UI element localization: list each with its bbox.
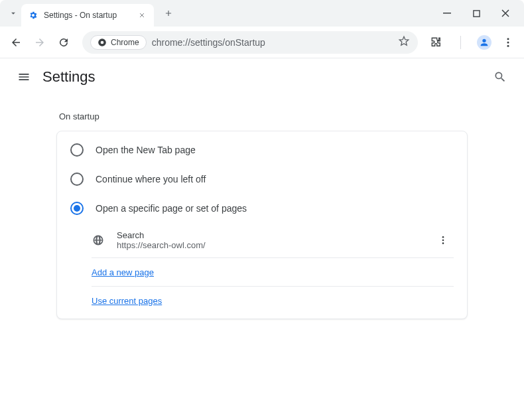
- svg-point-7: [507, 44, 509, 46]
- chrome-icon: [98, 38, 107, 47]
- extensions-button[interactable]: [426, 32, 447, 53]
- puzzle-icon: [430, 36, 442, 48]
- tab-close-button[interactable]: [137, 10, 147, 21]
- star-icon: [398, 35, 410, 47]
- browser-tab[interactable]: Settings - On startup: [21, 4, 154, 27]
- globe-icon: [92, 234, 105, 247]
- use-current-link[interactable]: Use current pages: [92, 296, 162, 306]
- chevron-down-icon: [9, 9, 18, 18]
- reload-icon: [58, 36, 70, 48]
- forward-button[interactable]: [29, 32, 50, 53]
- option-label: Open a specific page or set of pages: [96, 203, 247, 214]
- window-controls: [434, 3, 519, 24]
- tab-search-button[interactable]: [5, 5, 21, 21]
- arrow-left-icon: [10, 36, 22, 48]
- svg-point-10: [442, 242, 444, 244]
- dots-vertical-icon: [438, 235, 448, 245]
- tab-title: Settings - On startup: [44, 11, 131, 20]
- radio-icon: [70, 173, 84, 186]
- settings-content: On startup Open the New Tab page Continu…: [0, 96, 524, 319]
- search-icon: [493, 70, 507, 84]
- option-specific-pages[interactable]: Open a specific page or set of pages: [57, 194, 467, 223]
- close-icon: [139, 12, 145, 19]
- radio-icon: [70, 202, 84, 215]
- dots-vertical-icon: [502, 36, 514, 48]
- settings-header: Settings: [0, 58, 524, 96]
- add-page-row: Add a new page: [57, 258, 467, 286]
- arrow-right-icon: [34, 36, 46, 48]
- plus-icon: [164, 9, 173, 18]
- menu-toggle-button[interactable]: [11, 64, 37, 90]
- svg-rect-1: [473, 10, 479, 16]
- maximize-icon: [473, 10, 480, 17]
- page-title: Settings: [42, 68, 96, 86]
- minimize-button[interactable]: [434, 3, 460, 24]
- menu-button[interactable]: [497, 32, 519, 53]
- search-button[interactable]: [487, 64, 513, 90]
- svg-rect-4: [460, 36, 461, 49]
- reload-button[interactable]: [53, 32, 74, 53]
- page-actions-button[interactable]: [432, 230, 454, 251]
- page-name: Search: [117, 230, 421, 240]
- close-icon: [501, 9, 509, 17]
- svg-point-6: [507, 41, 509, 43]
- add-page-link[interactable]: Add a new page: [92, 267, 154, 277]
- minimize-icon: [443, 9, 451, 17]
- option-new-tab[interactable]: Open the New Tab page: [57, 135, 467, 165]
- address-bar[interactable]: Chrome chrome://settings/onStartup: [82, 31, 418, 54]
- new-tab-button[interactable]: [159, 4, 178, 23]
- page-info: Search https://search-owl.com/: [117, 230, 421, 250]
- close-window-button[interactable]: [492, 3, 519, 24]
- option-label: Open the New Tab page: [96, 145, 196, 155]
- svg-point-5: [507, 38, 509, 40]
- bookmark-button[interactable]: [398, 35, 410, 50]
- browser-toolbar: Chrome chrome://settings/onStartup: [0, 27, 524, 58]
- radio-icon: [70, 143, 84, 157]
- startup-card: Open the New Tab page Continue where you…: [56, 131, 468, 319]
- url-text: chrome://settings/onStartup: [152, 37, 393, 48]
- page-url: https://search-owl.com/: [117, 240, 421, 250]
- use-current-row: Use current pages: [57, 287, 467, 315]
- startup-page-item: Search https://search-owl.com/: [57, 223, 467, 257]
- option-label: Continue where you left off: [96, 174, 206, 184]
- divider: [450, 32, 471, 53]
- hamburger-icon: [17, 70, 31, 84]
- svg-point-9: [442, 240, 444, 242]
- svg-point-8: [442, 236, 444, 238]
- svg-rect-0: [443, 13, 451, 14]
- site-chip-label: Chrome: [111, 38, 139, 47]
- section-label: On startup: [56, 111, 468, 121]
- window-titlebar: Settings - On startup: [0, 0, 524, 27]
- maximize-button[interactable]: [463, 3, 490, 24]
- gear-icon: [28, 10, 38, 21]
- back-button[interactable]: [5, 32, 27, 53]
- avatar-icon: [477, 35, 491, 50]
- svg-point-3: [101, 40, 104, 44]
- profile-button[interactable]: [474, 32, 495, 53]
- titlebar-left: Settings - On startup: [0, 0, 178, 27]
- option-continue[interactable]: Continue where you left off: [57, 165, 467, 194]
- site-chip[interactable]: Chrome: [90, 35, 147, 50]
